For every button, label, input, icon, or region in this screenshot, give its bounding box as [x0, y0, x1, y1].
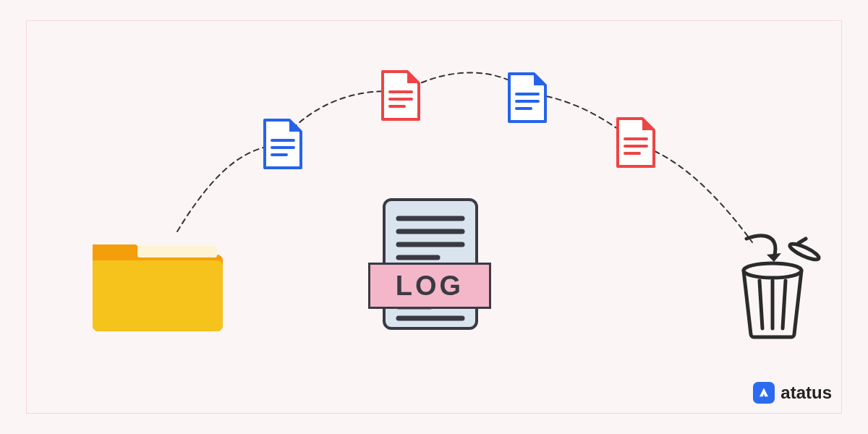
- svg-line-13: [783, 281, 786, 328]
- folder-icon: [87, 224, 224, 340]
- log-badge-text: LOG: [396, 271, 464, 302]
- document-icon: [262, 117, 304, 174]
- svg-line-9: [799, 239, 806, 243]
- brand-name: atatus: [780, 383, 832, 403]
- document-icon: [615, 116, 657, 172]
- document-icon: [506, 71, 548, 127]
- svg-rect-0: [137, 246, 217, 258]
- trash-icon: [723, 233, 825, 341]
- log-badge: LOG: [368, 263, 491, 309]
- svg-line-11: [760, 281, 762, 328]
- svg-point-10: [744, 263, 801, 278]
- brand-mark-icon: [753, 382, 775, 404]
- document-icon: [380, 69, 422, 125]
- svg-point-8: [788, 241, 821, 262]
- brand-logo: atatus: [753, 382, 832, 404]
- diagram-stage: LOG: [0, 0, 868, 434]
